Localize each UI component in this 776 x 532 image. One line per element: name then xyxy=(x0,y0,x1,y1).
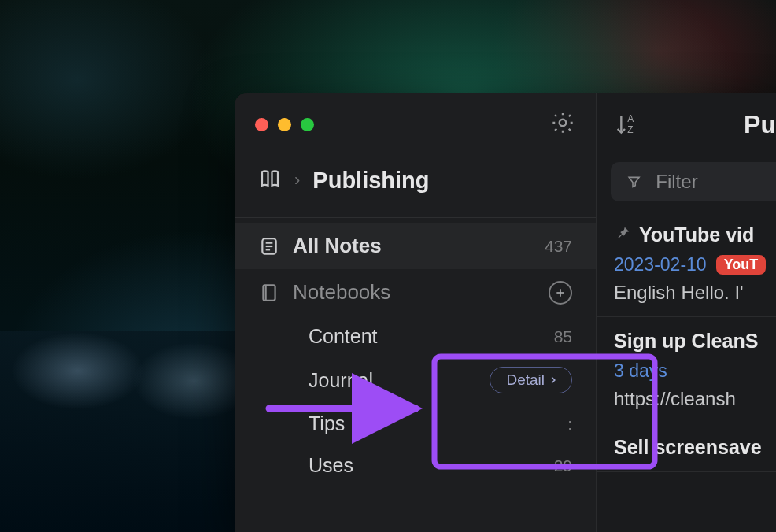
notebook-count: 29 xyxy=(554,456,572,475)
content-title: Pu xyxy=(744,110,776,139)
nav-notebooks-header[interactable]: Notebooks xyxy=(235,269,596,316)
filter-input[interactable] xyxy=(656,171,776,193)
svg-text:A: A xyxy=(627,113,634,124)
notebook-label: Journal xyxy=(309,369,373,392)
book-icon xyxy=(258,283,280,303)
app-window: › Publishing All Notes 437 xyxy=(235,93,776,532)
nav-label: Notebooks xyxy=(293,280,390,305)
breadcrumb-title: Publishing xyxy=(312,168,429,194)
settings-button[interactable] xyxy=(550,110,575,139)
chevron-right-icon xyxy=(548,375,559,386)
detail-label: Detail xyxy=(506,371,545,389)
note-title-text: Sell screensave xyxy=(614,436,762,459)
titlebar xyxy=(235,93,596,156)
notebook-item-tips[interactable]: Tips : xyxy=(274,403,596,445)
note-item[interactable]: Sign up CleanS 3 days https://cleansh xyxy=(597,317,776,423)
svg-text:Z: Z xyxy=(627,124,633,135)
notebook-icon xyxy=(258,167,282,194)
note-date: 3 days xyxy=(614,360,667,382)
nav-label: All Notes xyxy=(293,234,382,258)
notebook-label: Uses xyxy=(309,454,353,477)
note-item[interactable]: Sell screensave xyxy=(597,423,776,472)
notebook-count: 85 xyxy=(554,327,572,346)
window-minimize-button[interactable] xyxy=(278,118,291,131)
chevron-right-icon: › xyxy=(294,170,300,190)
nav-all-notes[interactable]: All Notes 437 xyxy=(235,223,596,269)
gear-icon xyxy=(550,110,575,135)
note-tag: YouT xyxy=(716,255,767,275)
note-title-text: YouTube vid xyxy=(639,224,754,246)
notebook-label: Content xyxy=(309,325,378,348)
sidebar: › Publishing All Notes 437 xyxy=(235,93,597,532)
sort-button[interactable]: A Z xyxy=(614,112,639,137)
window-controls xyxy=(255,118,314,131)
window-maximize-button[interactable] xyxy=(301,118,314,131)
sort-az-icon: A Z xyxy=(614,112,639,137)
notebook-item-journal[interactable]: Journal Detail xyxy=(274,357,596,403)
filter-bar[interactable] xyxy=(611,162,776,201)
nav-section: All Notes 437 Notebooks xyxy=(235,218,596,486)
add-notebook-button[interactable] xyxy=(549,281,572,305)
note-list: YouTube vid 2023-02-10 YouT English Hell… xyxy=(597,211,776,472)
pin-icon xyxy=(614,224,631,246)
content-header: A Z Pu xyxy=(597,93,776,156)
note-date: 2023-02-10 xyxy=(614,254,707,275)
note-item[interactable]: YouTube vid 2023-02-10 YouT English Hell… xyxy=(597,211,776,317)
notes-icon xyxy=(258,236,280,257)
note-preview: https://cleansh xyxy=(614,388,776,410)
note-preview: English Hello. I' xyxy=(614,282,776,304)
notebook-list: Content 85 Journal Detail Tips : Uses 2 xyxy=(235,316,596,486)
funnel-icon xyxy=(626,172,641,191)
notebook-detail-button[interactable]: Detail xyxy=(490,367,572,393)
breadcrumb[interactable]: › Publishing xyxy=(235,156,596,218)
notebook-item-uses[interactable]: Uses 29 xyxy=(274,445,596,486)
window-close-button[interactable] xyxy=(255,118,268,131)
notebook-label: Tips xyxy=(309,412,345,435)
svg-point-0 xyxy=(560,120,567,127)
notebook-item-content[interactable]: Content 85 xyxy=(274,316,596,357)
notebook-count: : xyxy=(567,415,572,434)
content-column: A Z Pu YouTube vid 2023-02 xyxy=(597,93,776,532)
note-title-text: Sign up CleanS xyxy=(614,330,758,353)
plus-icon xyxy=(554,286,567,299)
note-count: 437 xyxy=(545,237,572,256)
